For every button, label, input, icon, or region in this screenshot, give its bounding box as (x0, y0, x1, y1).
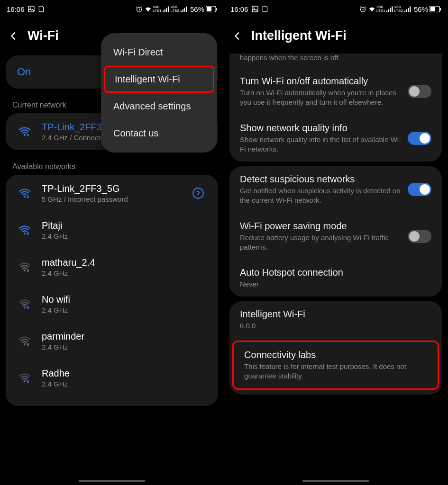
alarm-icon (359, 6, 366, 13)
network-row[interactable]: No wifi 2.4 GHz (6, 286, 218, 323)
signal1-icon (386, 6, 393, 12)
status-bar: 16:06 VoBLTE1 VoBLTE2 56% (0, 0, 224, 17)
sim-icon (38, 5, 45, 13)
setting-title: Wi-Fi power saving mode (240, 221, 402, 232)
network-name: parminder (42, 331, 210, 342)
setting-sub: Get notified when suspicious activity is… (240, 186, 402, 206)
network-row[interactable]: Radhe 2.4 GHz (6, 359, 218, 396)
partial-setting-sub: happens when the screen is off. (229, 54, 442, 68)
svg-rect-26 (430, 7, 435, 11)
settings-group-b: Detect suspicious networks Get notified … (229, 166, 442, 296)
svg-rect-5 (216, 8, 217, 10)
status-time: 16:06 (230, 5, 248, 13)
svg-rect-10 (27, 197, 29, 198)
lte1-label: VoBLTE1 (154, 5, 162, 13)
svg-rect-13 (27, 234, 29, 235)
network-row[interactable]: parminder 2.4 GHz (6, 323, 218, 359)
svg-rect-17 (27, 307, 29, 309)
setting-connectivity-labs[interactable]: Connectivity labs This feature is for in… (232, 341, 439, 390)
header: Intelligent Wi-Fi (224, 17, 448, 55)
battery-icon (430, 6, 441, 12)
menu-intelligent-wifi[interactable]: Intelligent Wi-Fi (104, 66, 214, 93)
setting-auto-wifi[interactable]: Turn Wi-Fi on/off automatically Turn on … (229, 68, 442, 115)
page-title: Intelligent Wi-Fi (251, 28, 347, 43)
svg-rect-21 (27, 381, 29, 383)
signal2-icon (181, 6, 188, 12)
svg-rect-22 (252, 6, 258, 12)
setting-auto-hotspot[interactable]: Auto Hotspot connection Never (229, 260, 442, 296)
svg-rect-27 (440, 8, 441, 10)
image-icon (27, 5, 35, 13)
toggle-power-saving[interactable] (408, 230, 431, 243)
network-row[interactable]: TP-Link_2FF3_5G 5 GHz / Incorrect passwo… (6, 175, 218, 212)
battery-percent: 56% (190, 5, 204, 13)
setting-title: Auto Hotspot connection (240, 267, 426, 278)
setting-title: Detect suspicious networks (240, 174, 402, 185)
menu-contact-us[interactable]: Contact us (101, 120, 217, 147)
svg-point-23 (253, 8, 255, 9)
back-button[interactable] (232, 31, 243, 41)
setting-title: Show network quality info (240, 123, 402, 134)
battery-icon (206, 6, 217, 12)
network-sub: 2.4 GHz (42, 232, 210, 240)
svg-rect-15 (27, 270, 29, 272)
svg-point-1 (29, 8, 31, 9)
signal1-icon (163, 6, 170, 12)
svg-rect-19 (27, 344, 29, 346)
svg-rect-4 (207, 7, 211, 11)
menu-wifi-direct[interactable]: Wi-Fi Direct (101, 39, 217, 66)
wifi-icon (16, 125, 33, 138)
setting-network-quality[interactable]: Show network quality info Show network q… (229, 115, 442, 162)
toggle-network-quality[interactable] (408, 132, 431, 145)
toggle-suspicious[interactable] (408, 183, 431, 196)
network-name: Radhe (42, 368, 210, 379)
image-icon (251, 5, 259, 13)
svg-rect-0 (28, 6, 34, 12)
toggle-auto-wifi[interactable] (408, 85, 431, 98)
network-name: Pitaji (42, 220, 210, 231)
alarm-icon (136, 6, 143, 13)
wifi-status-icon (368, 6, 376, 13)
network-row[interactable]: Pitaji 2.4 GHz (6, 212, 218, 249)
settings-group-c: Intelligent Wi-Fi 6.0.0 Connectivity lab… (229, 301, 442, 395)
lte2-label: VoBLTE2 (395, 5, 403, 13)
back-button[interactable] (9, 31, 19, 41)
setting-intelligent-wifi-version[interactable]: Intelligent Wi-Fi 6.0.0 (229, 301, 442, 338)
available-networks-card: TP-Link_2FF3_5G 5 GHz / Incorrect passwo… (6, 175, 218, 406)
phone-right: 16:06 VoBLTE1 VoBLTE2 56% Intelligent Wi… (224, 0, 448, 485)
nav-bar[interactable] (302, 480, 369, 482)
svg-rect-7 (27, 135, 29, 136)
wifi-icon (16, 371, 33, 385)
setting-power-saving[interactable]: Wi-Fi power saving mode Reduce battery u… (229, 213, 442, 260)
wifi-icon (16, 297, 33, 311)
setting-title: Connectivity labs (244, 350, 421, 360)
network-sub: 2.4 GHz (42, 380, 210, 388)
battery-percent: 56% (414, 5, 428, 13)
setting-sub: This feature is for internal test purpos… (244, 362, 421, 381)
page-title: Wi-Fi (27, 28, 59, 43)
svg-point-11 (193, 188, 203, 198)
wifi-icon (16, 224, 33, 237)
network-name: matharu_2.4 (42, 257, 210, 268)
network-sub: 2.4 GHz (42, 306, 210, 314)
nav-bar[interactable] (79, 480, 145, 482)
setting-sub: Show network quality info in the list of… (240, 135, 402, 154)
network-row[interactable]: matharu_2.4 2.4 GHz (6, 249, 218, 286)
network-sub: 5 GHz / Incorrect password (42, 195, 183, 203)
status-time: 16:06 (7, 5, 25, 13)
setting-suspicious[interactable]: Detect suspicious networks Get notified … (229, 166, 442, 213)
wifi-icon (16, 187, 33, 200)
status-bar: 16:06 VoBLTE1 VoBLTE2 56% (224, 0, 448, 17)
signal2-icon (404, 6, 411, 12)
menu-advanced-settings[interactable]: Advanced settings (101, 93, 217, 120)
setting-sub: 6.0.0 (240, 321, 426, 331)
network-help-button[interactable] (187, 183, 210, 203)
setting-title: Intelligent Wi-Fi (240, 309, 426, 320)
network-sub: 2.4 GHz (42, 343, 210, 351)
setting-sub: Reduce battery usage by analysing Wi-Fi … (240, 233, 402, 252)
setting-sub: Turn on Wi-Fi automatically when you're … (240, 88, 402, 108)
available-networks-label: Available networks (0, 155, 224, 175)
wifi-status-icon (144, 6, 152, 13)
network-name: TP-Link_2FF3_5G (42, 183, 183, 194)
overflow-menu: Wi-Fi Direct Intelligent Wi-Fi Advanced … (101, 33, 217, 153)
